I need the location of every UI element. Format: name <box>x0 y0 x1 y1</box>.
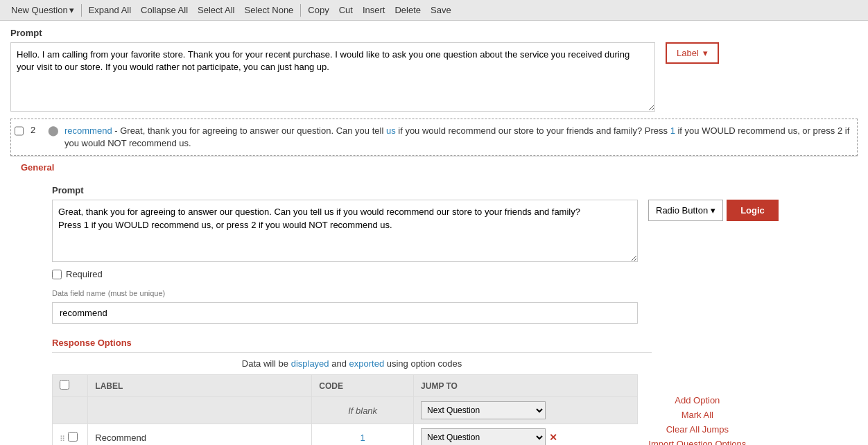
new-question-button[interactable]: New Question ▾ <box>7 3 78 17</box>
data-field-input[interactable] <box>52 302 638 324</box>
delete-button[interactable]: Delete <box>390 3 425 17</box>
label-button[interactable]: Label ▾ <box>666 42 719 64</box>
prompt-row: Hello. I am calling from your favorite s… <box>10 42 858 112</box>
response-options-header: Response Options <box>10 331 858 352</box>
label-btn-wrap: Label ▾ <box>666 42 719 64</box>
prompt-label: Prompt <box>10 28 858 38</box>
table-row: ⠿ Recommend 1 Next Question <box>53 424 638 445</box>
radio-button-dropdown[interactable]: Radio Button ▾ <box>648 200 723 221</box>
drag-handle-1[interactable]: ⠿ <box>60 435 65 443</box>
insert-button[interactable]: Insert <box>358 3 390 17</box>
cut-button[interactable]: Cut <box>335 3 357 17</box>
question-number-2: 2 <box>31 125 41 135</box>
data-field-note: (must be unique) <box>108 289 166 297</box>
radio-button-label: Radio Button <box>656 205 708 216</box>
dropdown-arrow-icon: ▾ <box>69 5 74 15</box>
option-code-1: 1 <box>361 433 365 443</box>
required-row: Required <box>52 269 847 279</box>
copy-button[interactable]: Copy <box>304 3 333 17</box>
general-header: General <box>10 156 858 178</box>
general-section: General Prompt Great, thank you for agre… <box>10 156 858 445</box>
jump-select-1[interactable]: Next Question <box>421 428 546 445</box>
label-dropdown-icon: ▾ <box>703 48 708 58</box>
inner-prompt-label: Prompt <box>52 185 847 195</box>
th-code: CODE <box>312 375 414 397</box>
inner-prompt-row: Great, thank you for agreeing to answer … <box>52 200 847 262</box>
add-option-button[interactable]: Add Option <box>648 395 747 405</box>
logic-button[interactable]: Logic <box>727 200 779 221</box>
option-checkbox-1[interactable] <box>68 432 78 442</box>
radio-icon-2: ⬤ <box>48 125 59 136</box>
save-button[interactable]: Save <box>426 3 455 17</box>
side-actions: Add Option Mark All Clear All Jumps Impo… <box>648 374 747 445</box>
required-label: Required <box>66 269 103 279</box>
if-blank-label: If blank <box>312 397 414 424</box>
general-body: Prompt Great, thank you for agreeing to … <box>10 178 858 331</box>
th-checkbox <box>53 375 88 397</box>
data-field-label: Data field name <box>52 289 105 297</box>
radio-dropdown-icon: ▾ <box>711 205 715 216</box>
main-content: Prompt Hello. I am calling from your fav… <box>0 21 868 445</box>
question-checkbox-2[interactable] <box>15 126 24 136</box>
toolbar: New Question ▾ Expand All Collapse All S… <box>0 0 868 21</box>
new-question-label: New Question <box>11 5 68 15</box>
response-info: Data will be displayed and exported usin… <box>52 352 652 374</box>
divider1 <box>81 4 82 17</box>
delete-option-1[interactable]: ✕ <box>549 432 557 443</box>
inner-prompt-textarea[interactable]: Great, thank you for agreeing to answer … <box>52 200 638 262</box>
label-button-text: Label <box>677 48 699 58</box>
section1-prompt: Prompt Hello. I am calling from your fav… <box>10 28 858 112</box>
jump-blank-select[interactable]: Next Question <box>421 401 546 419</box>
expand-all-button[interactable]: Expand All <box>85 3 135 17</box>
clear-jumps-button[interactable]: Clear All Jumps <box>648 424 747 435</box>
jump-cell-1: Next Question ✕ <box>414 424 637 445</box>
select-none-button[interactable]: Select None <box>241 3 298 17</box>
inner-buttons: Radio Button ▾ Logic <box>648 200 779 221</box>
import-button[interactable]: Import Question Options <box>648 439 747 445</box>
label-cell-1: Recommend <box>88 424 312 445</box>
question-row-2: 2 ⬤ recommend - Great, thank you for agr… <box>10 119 858 156</box>
th-label: LABEL <box>88 375 312 397</box>
th-jump: JUMP TO <box>414 375 638 397</box>
collapse-all-button[interactable]: Collapse All <box>137 3 192 17</box>
select-all-button[interactable]: Select All <box>193 3 238 17</box>
options-table: LABEL CODE JUMP TO If blank Next Questio… <box>52 374 638 445</box>
required-checkbox[interactable] <box>52 270 62 279</box>
mark-all-button[interactable]: Mark All <box>648 410 747 420</box>
options-container: LABEL CODE JUMP TO If blank Next Questio… <box>10 374 858 445</box>
drag-cell-1: ⠿ <box>53 424 88 445</box>
code-cell-1: 1 <box>312 424 414 445</box>
select-all-options-checkbox[interactable] <box>60 380 69 390</box>
divider2 <box>300 4 301 17</box>
data-field-label-row: Data field name (must be unique) <box>52 288 847 298</box>
prompt-textarea[interactable]: Hello. I am calling from your favorite s… <box>10 42 655 112</box>
question-text-2: recommend - Great, thank you for agreein… <box>64 125 853 150</box>
option-label-1: Recommend <box>95 433 146 443</box>
